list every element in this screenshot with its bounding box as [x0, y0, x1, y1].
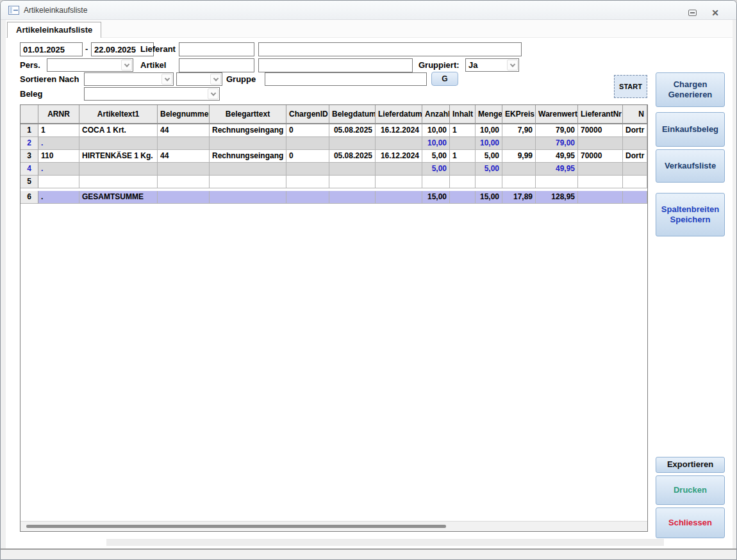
row-selector[interactable]: 3 [21, 150, 38, 163]
pers-combo[interactable] [47, 58, 133, 72]
table-cell[interactable]: 10,00 [476, 137, 502, 150]
close-button[interactable]: ✕ [708, 8, 722, 18]
table-cell[interactable]: 1 [450, 150, 476, 163]
table-cell[interactable]: 7,90 [502, 124, 536, 137]
table-cell[interactable] [422, 176, 450, 188]
table-cell[interactable]: . [38, 163, 79, 176]
column-header[interactable]: Artikeltext1 [79, 105, 158, 124]
table-cell[interactable]: HIRTENKÄSE 1 Kg. [79, 150, 158, 163]
table-cell[interactable]: 128,95 [536, 191, 578, 204]
table-cell[interactable]: Rechnungseingang [210, 124, 286, 137]
beleg-combo[interactable] [84, 87, 220, 101]
lieferant-name-input[interactable] [258, 42, 522, 56]
table-cell[interactable] [376, 163, 422, 176]
table-cell[interactable] [286, 163, 329, 176]
table-cell[interactable]: 05.08.2025 [329, 150, 376, 163]
g-button[interactable]: G [431, 72, 458, 86]
table-cell[interactable] [329, 191, 376, 204]
table-cell[interactable] [376, 137, 422, 150]
table-cell[interactable]: 10,00 [422, 137, 450, 150]
table-cell[interactable]: 15,00 [476, 191, 502, 204]
restore-button[interactable] [685, 8, 699, 18]
table-cell[interactable]: 70000 [578, 124, 623, 137]
row-selector[interactable]: 4 [21, 163, 38, 176]
table-cell[interactable]: 79,00 [536, 137, 578, 150]
table-cell[interactable] [578, 176, 623, 188]
table-cell[interactable]: 5,00 [476, 163, 502, 176]
table-cell[interactable]: 0 [286, 150, 329, 163]
table-cell[interactable]: 79,00 [536, 124, 578, 137]
horizontal-scrollbar-thumb[interactable] [26, 525, 446, 528]
table-cell[interactable]: 5,00 [476, 150, 502, 163]
table-cell[interactable] [536, 176, 578, 188]
table-cell[interactable] [79, 176, 158, 188]
column-header[interactable]: Anzahl [422, 105, 450, 124]
table-cell[interactable] [210, 191, 286, 204]
verkaufsliste-button[interactable]: Verkaufsliste [656, 149, 725, 183]
table-cell[interactable]: 15,00 [422, 191, 450, 204]
table-cell[interactable] [329, 137, 376, 150]
table-cell[interactable] [158, 163, 210, 176]
table-cell[interactable]: 44 [158, 124, 210, 137]
column-header[interactable]: N [623, 105, 647, 124]
table-cell[interactable]: . [38, 137, 79, 150]
column-header[interactable]: ChargenID [286, 105, 329, 124]
table-cell[interactable] [79, 137, 158, 150]
table-cell[interactable]: Rechnungseingang [210, 150, 286, 163]
table-cell[interactable] [376, 191, 422, 204]
table-cell[interactable] [158, 137, 210, 150]
table-cell[interactable]: GESAMTSUMME [79, 191, 158, 204]
drucken-button[interactable]: Drucken [656, 475, 725, 505]
row-selector[interactable]: 5 [21, 176, 38, 188]
form-scrollbar[interactable] [106, 539, 664, 546]
tab-artikeleinkaufsliste[interactable]: Artikeleinkaufsliste [7, 22, 101, 38]
gruppe-input[interactable] [265, 72, 427, 86]
column-header[interactable]: ARNR [38, 105, 79, 124]
row-selector[interactable]: 6 [21, 191, 38, 204]
table-cell[interactable] [210, 176, 286, 188]
chargen-generieren-button[interactable]: Chargen Generieren [656, 72, 725, 107]
table-cell[interactable]: . [38, 191, 79, 204]
table-cell[interactable] [450, 176, 476, 188]
row-selector[interactable]: 1 [21, 124, 38, 137]
table-cell[interactable] [329, 176, 376, 188]
table-cell[interactable] [578, 191, 623, 204]
table-cell[interactable] [376, 176, 422, 188]
table-cell[interactable]: 10,00 [422, 124, 450, 137]
table-cell[interactable] [286, 176, 329, 188]
artikel-nr-input[interactable] [179, 58, 254, 72]
row-selector[interactable]: 2 [21, 137, 38, 150]
table-cell[interactable] [286, 191, 329, 204]
column-header[interactable]: EKPreis [502, 105, 536, 124]
gruppiert-combo[interactable]: Ja [465, 58, 519, 72]
column-header[interactable]: Lieferdatum [376, 105, 422, 124]
table-cell[interactable] [38, 176, 79, 188]
table-cell[interactable] [623, 191, 647, 204]
horizontal-scrollbar[interactable] [21, 521, 647, 531]
einkaufsbeleg-button[interactable]: Einkaufsbeleg [656, 112, 725, 147]
start-button[interactable]: START [614, 75, 647, 98]
table-cell[interactable]: Dortr [623, 124, 647, 137]
table-cell[interactable]: 5,00 [422, 150, 450, 163]
schliessen-button[interactable]: Schliessen [656, 507, 725, 538]
table-cell[interactable] [329, 163, 376, 176]
table-cell[interactable]: 1 [38, 124, 79, 137]
exportieren-button[interactable]: Exportieren [656, 457, 725, 473]
table-cell[interactable]: 1 [450, 124, 476, 137]
column-header[interactable]: Inhalt [450, 105, 476, 124]
column-header[interactable]: LieferantNr [578, 105, 623, 124]
lieferant-nr-input[interactable] [179, 42, 254, 56]
date-from-input[interactable] [20, 42, 83, 56]
table-cell[interactable]: 49,95 [536, 150, 578, 163]
artikel-name-input[interactable] [258, 58, 413, 72]
table-cell[interactable]: 5,00 [422, 163, 450, 176]
table-cell[interactable]: 9,99 [502, 150, 536, 163]
column-header[interactable]: Belegarttext [210, 105, 286, 124]
table-cell[interactable] [502, 176, 536, 188]
table-cell[interactable]: Dortr [623, 150, 647, 163]
table-cell[interactable]: 05.08.2025 [329, 124, 376, 137]
table-cell[interactable]: 16.12.2024 [376, 150, 422, 163]
sortieren-combo-1[interactable] [84, 72, 174, 86]
table-cell[interactable] [79, 163, 158, 176]
table-cell[interactable]: 110 [38, 150, 79, 163]
